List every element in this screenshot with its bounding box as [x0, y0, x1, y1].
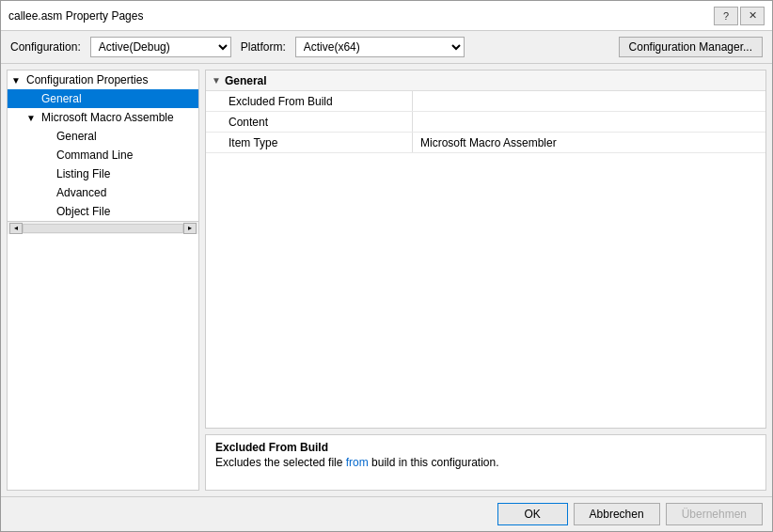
spacer-icon [41, 169, 56, 180]
sidebar-item-label: Microsoft Macro Assemble [41, 111, 174, 124]
sidebar-item-command-line[interactable]: Command Line [8, 146, 198, 164]
highlight-from: from [346, 456, 369, 469]
info-box: Excluded From Build Excludes the selecte… [205, 434, 766, 491]
prop-row-excluded[interactable]: Excluded From Build [206, 91, 765, 112]
prop-row-content[interactable]: Content [206, 112, 765, 133]
platform-label: Platform: [241, 40, 286, 54]
chevron-down-icon: ▼ [212, 75, 221, 86]
sidebar-item-advanced[interactable]: Advanced [8, 183, 198, 202]
sidebar-item-label: Advanced [56, 186, 106, 199]
bottom-bar: OK Abbrechen Übernehmen [1, 496, 772, 531]
left-panel: ▼ Configuration Properties General ▼ Mic… [7, 70, 199, 491]
section-title: General [225, 74, 267, 87]
sidebar-item-label: General [56, 130, 97, 143]
right-panel: ▼ General Excluded From Build Content It… [205, 70, 766, 491]
prop-name-content: Content [206, 112, 413, 132]
info-box-description: Excludes the selected file from build in… [215, 456, 756, 469]
spacer-icon [26, 94, 41, 104]
main-area: ▼ Configuration Properties General ▼ Mic… [1, 64, 772, 496]
prop-name-item-type: Item Type [206, 133, 413, 152]
sidebar-item-config-props[interactable]: ▼ Configuration Properties [8, 70, 198, 89]
toolbar: Configuration: Active(Debug)DebugRelease… [1, 31, 772, 64]
sidebar-item-label: Command Line [56, 149, 133, 162]
close-button[interactable]: ✕ [740, 7, 765, 25]
sidebar-item-general[interactable]: General [8, 89, 198, 108]
ok-button[interactable]: OK [497, 503, 568, 525]
prop-row-item-type[interactable]: Item Type Microsoft Macro Assembler [206, 133, 765, 153]
sidebar-item-label: General [41, 92, 82, 105]
configuration-select[interactable]: Active(Debug)DebugRelease [90, 37, 231, 57]
scroll-track[interactable] [23, 224, 183, 233]
config-manager-button[interactable]: Configuration Manager... [619, 37, 763, 57]
sidebar-item-masm[interactable]: ▼ Microsoft Macro Assemble [8, 108, 198, 127]
help-button[interactable]: ? [714, 7, 738, 25]
spacer-icon [41, 188, 56, 198]
title-bar-left: callee.asm Property Pages [8, 9, 143, 23]
sidebar-item-object-file[interactable]: Object File [8, 202, 198, 221]
info-box-title: Excluded From Build [215, 441, 756, 454]
horizontal-scrollbar[interactable]: ◂ ▸ [8, 221, 198, 234]
chevron-down-icon: ▼ [11, 75, 26, 86]
properties-area: ▼ General Excluded From Build Content It… [205, 70, 766, 429]
sidebar-item-masm-general[interactable]: General [8, 127, 198, 146]
scroll-right-button[interactable]: ▸ [183, 223, 197, 234]
apply-button[interactable]: Übernehmen [666, 503, 763, 525]
sidebar-item-label: Listing File [56, 167, 110, 180]
sidebar-item-label: Configuration Properties [26, 73, 148, 86]
dialog-title: callee.asm Property Pages [8, 9, 143, 23]
title-bar-controls: ? ✕ [714, 7, 765, 25]
platform-select[interactable]: Active(x64)x64Win32 [295, 37, 465, 57]
cancel-button[interactable]: Abbrechen [574, 503, 660, 525]
scroll-left-button[interactable]: ◂ [9, 223, 23, 234]
spacer-icon [41, 132, 56, 142]
spacer-icon [41, 150, 56, 161]
spacer-icon [41, 207, 56, 217]
sidebar-item-label: Object File [56, 205, 110, 218]
config-label: Configuration: [10, 40, 81, 54]
property-pages-dialog: callee.asm Property Pages ? ✕ Configurat… [0, 0, 773, 532]
sidebar-item-listing-file[interactable]: Listing File [8, 164, 198, 183]
title-bar: callee.asm Property Pages ? ✕ [1, 1, 772, 31]
prop-section-header: ▼ General [206, 70, 765, 91]
prop-value-item-type[interactable]: Microsoft Macro Assembler [413, 136, 765, 149]
chevron-down-icon: ▼ [26, 113, 41, 123]
prop-name-excluded: Excluded From Build [206, 91, 413, 111]
